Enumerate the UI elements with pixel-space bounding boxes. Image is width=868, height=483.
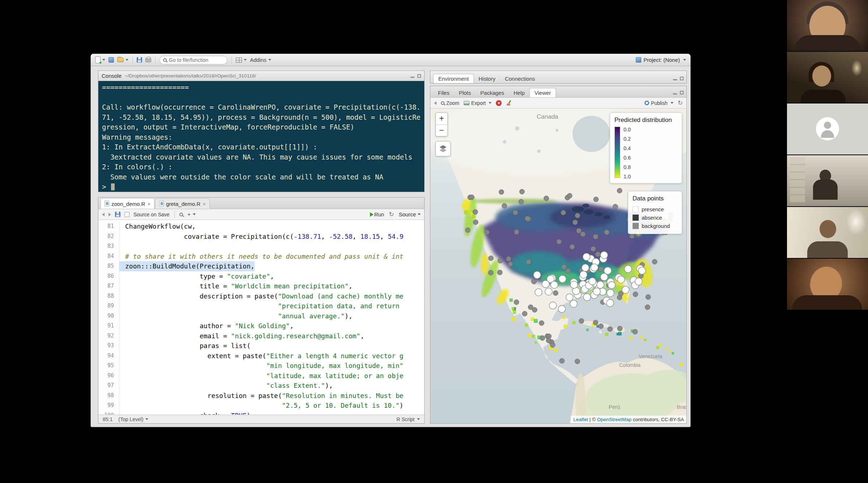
tab-viewer[interactable]: Viewer (529, 88, 556, 97)
env-tabs: EnvironmentHistoryConnections (433, 71, 540, 83)
console-pane: Console ~/Dropbox/other/presentations/ta… (98, 71, 425, 192)
source-button[interactable]: Source (399, 211, 421, 217)
tab-plots[interactable]: Plots (454, 88, 476, 97)
avatar-placeholder-icon (816, 117, 839, 140)
legend-title: Data points (633, 195, 677, 202)
files-tabs: FilesPlotsPackagesHelpViewer (433, 86, 556, 97)
export-image-icon (464, 101, 469, 105)
new-file-icon (95, 56, 101, 63)
export-button[interactable]: Export (464, 100, 492, 106)
viewer-zoom-button[interactable]: Zoom (441, 100, 459, 106)
project-cube-icon (636, 57, 641, 63)
scope-selector[interactable]: (Top Level) (118, 416, 148, 422)
map-layers-button[interactable] (435, 141, 451, 156)
goto-file-input[interactable] (169, 57, 224, 63)
zoom-out-button[interactable]: − (436, 124, 447, 136)
legend-data-points: Data points presenceabsencebackground (628, 191, 682, 234)
console-output[interactable]: ===================== Call: workflow(occ… (98, 81, 424, 192)
participant-video-1[interactable] (787, 0, 868, 51)
legend-predicted-distribution: Predicted distribution 0.00.20.40.60.81.… (610, 113, 682, 183)
participant-video-2[interactable] (787, 52, 868, 103)
participant-video-5[interactable] (787, 207, 868, 258)
editor-toolbar: Source on Save ✦ Run ↻ Source (98, 209, 424, 220)
maximize-pane-icon[interactable] (680, 77, 684, 80)
code-editor[interactable]: 81ChangeWorkflow(cw,82 covariate = Preci… (98, 220, 424, 415)
caret-down-icon (417, 418, 420, 420)
participant-video-3[interactable] (787, 103, 868, 154)
toolbar-separator (155, 56, 156, 64)
console-header: Console ~/Dropbox/other/presentations/ta… (98, 71, 424, 81)
r-file-icon (105, 201, 109, 207)
new-project-button[interactable] (109, 57, 114, 63)
minimize-pane-icon[interactable] (673, 79, 677, 80)
zoom-in-button[interactable]: + (436, 113, 447, 124)
publish-button[interactable]: Publish (644, 100, 673, 106)
caret-down-icon (102, 59, 105, 61)
tab-files[interactable]: Files (433, 88, 454, 97)
rerun-icon[interactable]: ↻ (389, 211, 394, 218)
tab-history[interactable]: History (474, 74, 500, 83)
run-play-icon (370, 212, 374, 217)
run-button[interactable]: Run (370, 211, 384, 217)
map-attribution: Leaflet | © OpenStreetMap contributors, … (571, 416, 686, 423)
code-tools-menu[interactable]: ✦ (187, 212, 196, 217)
minimize-pane-icon[interactable] (673, 93, 677, 94)
clear-all-broom-icon[interactable] (506, 100, 512, 106)
tab-environment[interactable]: Environment (433, 74, 474, 83)
maximize-pane-icon[interactable] (680, 91, 684, 94)
find-icon[interactable] (179, 213, 183, 216)
maximize-pane-icon[interactable] (417, 74, 421, 78)
console-working-directory: ~/Dropbox/other/presentations/talks/2018… (125, 73, 256, 79)
search-icon (163, 58, 167, 62)
viewer-map[interactable]: CanadaVenezuelaColombiaPerúBrasil + − Pr… (430, 109, 686, 423)
print-button[interactable] (145, 58, 151, 62)
layers-icon (438, 144, 448, 153)
file-type-selector[interactable]: R Script (396, 416, 420, 422)
save-icon[interactable] (115, 212, 120, 217)
tab-connections[interactable]: Connections (500, 74, 540, 83)
refresh-viewer-icon[interactable]: ↻ (678, 99, 683, 107)
rstudio-window: Addins Project: (None) Console ~/Dropbox… (90, 54, 691, 427)
leaflet-link[interactable]: Leaflet (573, 417, 588, 422)
legend-title: Predicted distribution (614, 116, 677, 124)
addins-label: Addins (250, 57, 267, 63)
close-tab-icon[interactable]: × (147, 201, 150, 207)
project-chooser[interactable]: Project: (None) (636, 57, 686, 63)
clear-viewer-icon[interactable]: × (496, 100, 502, 106)
participant-video-4[interactable] (787, 155, 868, 206)
participant-video-6[interactable] (787, 259, 868, 310)
nav-back-icon[interactable] (102, 213, 105, 216)
osm-link[interactable]: OpenStreetMap (597, 417, 631, 422)
caret-down-icon (683, 59, 686, 61)
close-tab-icon[interactable]: × (203, 201, 206, 207)
caret-down-icon (489, 102, 492, 104)
tab-packages[interactable]: Packages (476, 88, 509, 97)
zoom-icon (441, 101, 444, 105)
panes-grid-icon (236, 58, 242, 63)
source-label: Source (399, 211, 416, 217)
goto-file-search[interactable] (159, 56, 227, 64)
map-label: Brasil (677, 404, 686, 410)
files-tabbar: FilesPlotsPackagesHelpViewer (430, 86, 686, 98)
caret-down-icon (244, 59, 247, 61)
viewer-back-icon[interactable] (434, 101, 437, 105)
pane-layout-button[interactable] (236, 58, 247, 63)
nav-forward-icon[interactable] (109, 213, 111, 216)
files-viewer-pane: FilesPlotsPackagesHelpViewer Zoom Export… (430, 86, 687, 424)
legend-points-items: presenceabsencebackground (633, 205, 677, 230)
console-title: Console (102, 73, 122, 79)
map-label: Perú (609, 404, 620, 410)
toolbar-separator (132, 56, 133, 64)
caret-down-icon (145, 418, 148, 420)
save-button[interactable] (137, 57, 142, 63)
editor-tab[interactable]: greta_demo.R× (155, 198, 210, 209)
video-call-strip (787, 0, 868, 310)
tab-help[interactable]: Help (509, 88, 529, 97)
minimize-pane-icon[interactable] (410, 77, 414, 78)
source-on-save-checkbox[interactable] (124, 212, 129, 217)
caret-down-icon (193, 213, 196, 215)
editor-tab[interactable]: zoon_demo.R× (101, 198, 154, 209)
new-file-button[interactable] (95, 56, 105, 63)
open-file-button[interactable] (117, 58, 128, 62)
addins-menu[interactable]: Addins (250, 57, 271, 63)
